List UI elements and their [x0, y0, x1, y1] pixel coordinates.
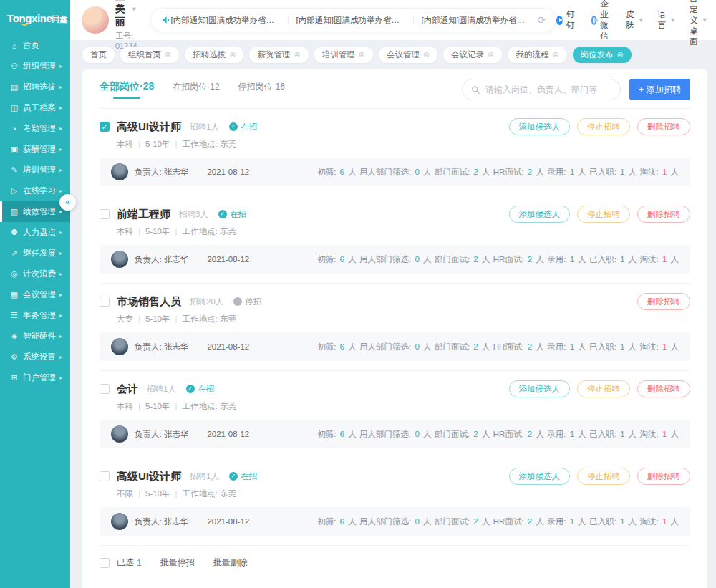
- stat-item: HR面试: 2 人: [493, 516, 544, 527]
- sidebar-item-affairs[interactable]: ☰事务管理▸: [0, 305, 70, 326]
- notice-item[interactable]: [内部通知]圆满成功举办省人协会员...: [171, 15, 280, 26]
- job-title[interactable]: 高级UI设计师: [117, 120, 181, 134]
- notice-bar: [内部通知]圆满成功举办省人协会员...[内部通知]圆满成功举办省人协会员...…: [150, 8, 557, 32]
- close-icon[interactable]: ⊗: [294, 50, 300, 59]
- owner-name: 负责人: 张志华: [135, 342, 188, 352]
- job-card-list: ✓高级UI设计师招聘1人✓在招添加候选人停止招聘删除招聘本科|5-10年|工作地…: [100, 109, 690, 546]
- sidebar-item-attendance[interactable]: ◔考勤管理▸: [0, 118, 70, 139]
- stop-hiring-button[interactable]: 停止招聘: [577, 468, 630, 485]
- job-title[interactable]: 高级UI设计师: [117, 470, 181, 483]
- sidebar-item-portal[interactable]: ⊞门户管理▸: [0, 367, 70, 388]
- stat-item: 部门面试: 2 人: [435, 254, 490, 265]
- quick-link-language[interactable]: 语言▼: [658, 9, 676, 31]
- job-title[interactable]: 前端工程师: [117, 208, 170, 221]
- job-title[interactable]: 会计: [117, 382, 138, 396]
- sidebar-item-training[interactable]: ✎培训管理▸: [0, 160, 70, 180]
- owner-avatar[interactable]: [111, 425, 128, 443]
- sidebar-item-salary[interactable]: ▣薪酬管理▸: [0, 139, 70, 160]
- delete-hiring-button[interactable]: 删除招聘: [637, 468, 690, 485]
- delete-hiring-button[interactable]: 删除招聘: [637, 206, 690, 223]
- quick-link-dingtalk[interactable]: 钉钉: [556, 9, 578, 31]
- filter-tab[interactable]: 全部岗位·28: [100, 80, 154, 99]
- add-candidate-button[interactable]: 添加候选人: [509, 206, 571, 223]
- sidebar-item-metered[interactable]: ◎计次消费▸: [0, 264, 70, 284]
- tab-会议管理[interactable]: 会议管理⊗: [379, 47, 437, 63]
- owner-avatar[interactable]: [111, 163, 128, 180]
- sidebar-item-home[interactable]: ⌂首页: [0, 35, 70, 56]
- close-icon[interactable]: ⊗: [617, 50, 624, 59]
- close-icon[interactable]: ⊗: [165, 50, 171, 59]
- sidebar-item-recruit[interactable]: ▤招聘选拔▸: [0, 77, 70, 97]
- notice-item[interactable]: [内部通知]圆满成功举办省人协会员...: [422, 15, 531, 26]
- quick-link-skin[interactable]: 皮肤▼: [626, 9, 644, 31]
- delete-hiring-button[interactable]: 删除招聘: [637, 293, 690, 310]
- owner-avatar[interactable]: [111, 251, 128, 268]
- refresh-icon[interactable]: ⟳: [538, 14, 546, 26]
- tab-我的流程[interactable]: 我的流程⊗: [508, 47, 566, 63]
- tab-组织首页[interactable]: 组织首页⊗: [120, 47, 179, 63]
- job-checkbox[interactable]: ✓: [100, 471, 110, 481]
- close-icon[interactable]: ⊗: [359, 50, 365, 59]
- sidebar-item-org[interactable]: ⚇组织管理▸: [0, 56, 70, 77]
- owner-avatar[interactable]: [111, 338, 128, 355]
- chevron-down-icon[interactable]: ▼: [131, 6, 137, 13]
- delete-hiring-button[interactable]: 删除招聘: [637, 380, 690, 397]
- close-icon[interactable]: ⊗: [488, 50, 494, 59]
- job-meta: 不限|5-10年|工作地点: 东莞: [117, 488, 690, 499]
- close-icon[interactable]: ⊗: [229, 50, 236, 59]
- tab-薪资管理[interactable]: 薪资管理⊗: [249, 47, 308, 63]
- tab-label: 首页: [90, 49, 107, 60]
- job-title[interactable]: 市场销售人员: [117, 295, 181, 309]
- sidebar-item-settings[interactable]: ⚙系统设置▸: [0, 347, 70, 367]
- filter-tab[interactable]: 停招岗位·16: [238, 81, 285, 99]
- stop-hiring-button[interactable]: 停止招聘: [577, 380, 630, 397]
- tab-招聘选拔[interactable]: 招聘选拔⊗: [185, 47, 243, 63]
- filter-tabs: 全部岗位·28在招岗位·12停招岗位·16: [100, 80, 304, 99]
- job-headcount: 招聘3人: [179, 209, 208, 220]
- tab-培训管理[interactable]: 培训管理⊗: [314, 47, 373, 63]
- close-icon[interactable]: ⊗: [423, 50, 430, 59]
- sidebar-item-hardware[interactable]: ◈智能硬件▸: [0, 326, 70, 347]
- user-avatar[interactable]: [82, 6, 109, 34]
- tab-岗位发布[interactable]: 岗位发布⊗: [573, 47, 632, 63]
- batch-delete-button[interactable]: 批量删除: [213, 556, 248, 569]
- job-meta-item: 工作地点: 东莞: [183, 489, 236, 498]
- user-name[interactable]: 王美丽: [115, 0, 127, 29]
- add-recruitment-button[interactable]: + 添加招聘: [629, 79, 690, 100]
- job-checkbox[interactable]: ✓: [100, 297, 110, 307]
- sidebar-item-meeting[interactable]: ▦会议管理▸: [0, 284, 70, 305]
- stop-hiring-button[interactable]: 停止招聘: [577, 118, 630, 135]
- stat-unit: 人: [533, 255, 544, 264]
- stop-hiring-button[interactable]: 停止招聘: [577, 206, 630, 223]
- sidebar-item-succession[interactable]: ⇗继任发展▸: [0, 243, 70, 264]
- quick-link-wecom[interactable]: 企业微信: [591, 0, 613, 42]
- job-checkbox[interactable]: ✓: [100, 122, 110, 132]
- search-input[interactable]: [485, 85, 611, 95]
- app-logo[interactable]: Tongxine同鑫: [0, 0, 70, 35]
- add-candidate-button[interactable]: 添加候选人: [509, 118, 571, 135]
- owner-avatar[interactable]: [111, 513, 128, 530]
- stat-label: HR面试:: [493, 168, 526, 176]
- stat-label: HR面试:: [493, 342, 526, 351]
- sidebar-collapse-button[interactable]: «: [59, 194, 76, 211]
- batch-stop-button[interactable]: 批量停招: [160, 556, 195, 569]
- add-candidate-button[interactable]: 添加候选人: [509, 468, 571, 485]
- sidebar-item-employee-files[interactable]: ◫员工档案▸: [0, 97, 70, 118]
- tab-首页[interactable]: 首页: [82, 47, 115, 63]
- quick-link-label: 钉钉: [566, 9, 578, 31]
- delete-hiring-button[interactable]: 删除招聘: [637, 118, 690, 135]
- chevron-right-icon: ▸: [59, 375, 62, 381]
- notice-item[interactable]: [内部通知]圆满成功举办省人协会员...: [296, 15, 405, 26]
- add-candidate-button[interactable]: 添加候选人: [509, 380, 571, 397]
- job-meta-item: 5-10年: [145, 489, 170, 498]
- job-meta-item: 5-10年: [145, 227, 170, 236]
- close-icon[interactable]: ⊗: [552, 50, 558, 59]
- sidebar-nav: ⌂首页⚇组织管理▸▤招聘选拔▸◫员工档案▸◔考勤管理▸▣薪酬管理▸✎培训管理▸▷…: [0, 35, 70, 388]
- filter-tab[interactable]: 在招岗位·12: [173, 81, 219, 99]
- quick-link-custom-desktop[interactable]: 自定义桌面▼: [690, 0, 707, 47]
- select-all-checkbox[interactable]: ✓: [100, 558, 110, 568]
- sidebar-item-hr-inventory[interactable]: ⚉人力盘点▸: [0, 222, 70, 243]
- job-checkbox[interactable]: ✓: [100, 384, 110, 394]
- tab-会议记录[interactable]: 会议记录⊗: [443, 47, 502, 63]
- job-checkbox[interactable]: ✓: [100, 209, 110, 219]
